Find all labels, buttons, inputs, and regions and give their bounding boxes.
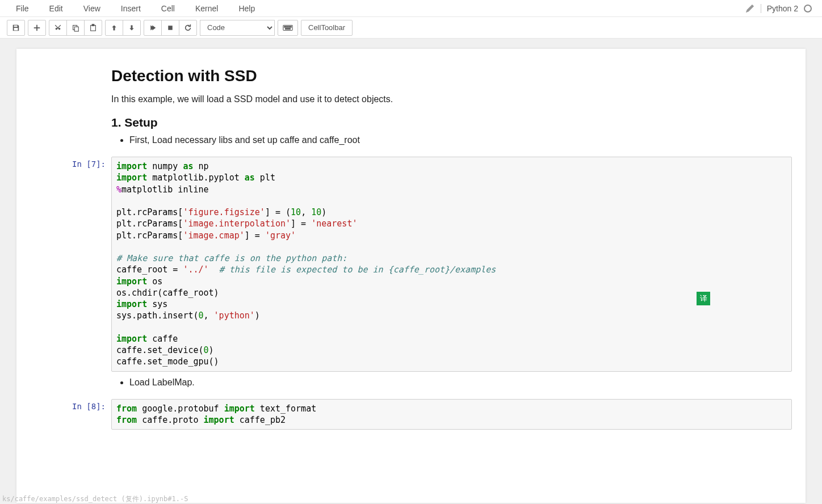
kernel-name: Python 2 bbox=[761, 4, 798, 13]
run-icon bbox=[149, 24, 156, 31]
menu-cell[interactable]: Cell bbox=[151, 2, 185, 15]
code-editor[interactable]: import numpy as np import matplotlib.pyp… bbox=[111, 157, 792, 372]
svg-rect-4 bbox=[168, 26, 173, 30]
menubar: File Edit View Insert Cell Kernel Help P… bbox=[0, 0, 822, 17]
plus-icon bbox=[33, 24, 41, 32]
save-icon bbox=[12, 24, 20, 32]
arrow-up-icon bbox=[111, 24, 118, 31]
command-palette-button[interactable] bbox=[278, 20, 298, 36]
kernel-indicator-icon bbox=[804, 5, 812, 12]
insert-cell-button[interactable] bbox=[28, 20, 46, 36]
move-up-button[interactable] bbox=[105, 20, 123, 36]
prompt bbox=[23, 374, 111, 397]
notebook-area: Detection with SSD In this example, we w… bbox=[0, 39, 822, 504]
svg-rect-6 bbox=[284, 26, 286, 27]
restart-button[interactable] bbox=[179, 20, 197, 36]
menu-file[interactable]: File bbox=[6, 2, 39, 15]
input-prompt: In [7]: bbox=[23, 157, 111, 372]
menu-view[interactable]: View bbox=[73, 2, 111, 15]
paste-icon bbox=[89, 24, 97, 32]
intro-text: In this example, we will load a SSD mode… bbox=[111, 94, 792, 104]
svg-rect-3 bbox=[92, 24, 94, 26]
keyboard-icon bbox=[283, 24, 293, 31]
menu-kernel[interactable]: Kernel bbox=[185, 2, 228, 15]
copy-icon bbox=[72, 24, 79, 32]
svg-rect-10 bbox=[291, 26, 292, 27]
list-item: Load LabelMap. bbox=[129, 377, 792, 388]
page-title: Detection with SSD bbox=[111, 67, 792, 85]
celltoolbar-button[interactable]: CellToolbar bbox=[301, 20, 353, 36]
menu-insert[interactable]: Insert bbox=[111, 2, 151, 15]
prompt bbox=[23, 67, 111, 154]
svg-rect-9 bbox=[289, 26, 290, 27]
copy-button[interactable] bbox=[66, 20, 85, 36]
cell-type-select[interactable]: Code bbox=[200, 20, 275, 36]
code-cell[interactable]: In [8]: from google.protobuf import text… bbox=[16, 398, 806, 431]
statusbar-url-fragment: ks/caffe/examples/ssd_detect (复件).ipynb#… bbox=[0, 494, 190, 504]
move-down-button[interactable] bbox=[123, 20, 141, 36]
notebook-page: Detection with SSD In this example, we w… bbox=[16, 49, 806, 503]
list-item: First, Load necessary libs and set up ca… bbox=[129, 135, 792, 145]
stop-icon bbox=[167, 24, 174, 31]
cut-icon bbox=[54, 24, 62, 32]
cut-button[interactable] bbox=[49, 20, 67, 36]
restart-icon bbox=[184, 24, 192, 32]
run-button[interactable] bbox=[144, 20, 162, 36]
svg-rect-7 bbox=[286, 26, 287, 27]
svg-rect-1 bbox=[74, 27, 78, 31]
menu-edit[interactable]: Edit bbox=[39, 2, 73, 15]
markdown-cell[interactable]: Detection with SSD In this example, we w… bbox=[16, 66, 806, 156]
paste-button[interactable] bbox=[84, 20, 102, 36]
code-editor[interactable]: from google.protobuf import text_format … bbox=[111, 399, 792, 430]
save-button[interactable] bbox=[7, 20, 25, 36]
toolbar: Code CellToolbar bbox=[0, 17, 822, 39]
input-prompt: In [8]: bbox=[23, 399, 111, 430]
translate-badge[interactable]: 译 bbox=[697, 292, 710, 305]
markdown-cell[interactable]: Load LabelMap. bbox=[16, 373, 806, 398]
svg-rect-11 bbox=[286, 28, 291, 29]
edit-notebook-name-icon[interactable] bbox=[746, 5, 754, 12]
code-cell[interactable]: In [7]: import numpy as np import matplo… bbox=[16, 156, 806, 373]
svg-rect-8 bbox=[287, 26, 288, 27]
menu-help[interactable]: Help bbox=[228, 2, 265, 15]
section-heading: 1. Setup bbox=[111, 116, 792, 129]
interrupt-button[interactable] bbox=[161, 20, 179, 36]
arrow-down-icon bbox=[128, 24, 135, 31]
